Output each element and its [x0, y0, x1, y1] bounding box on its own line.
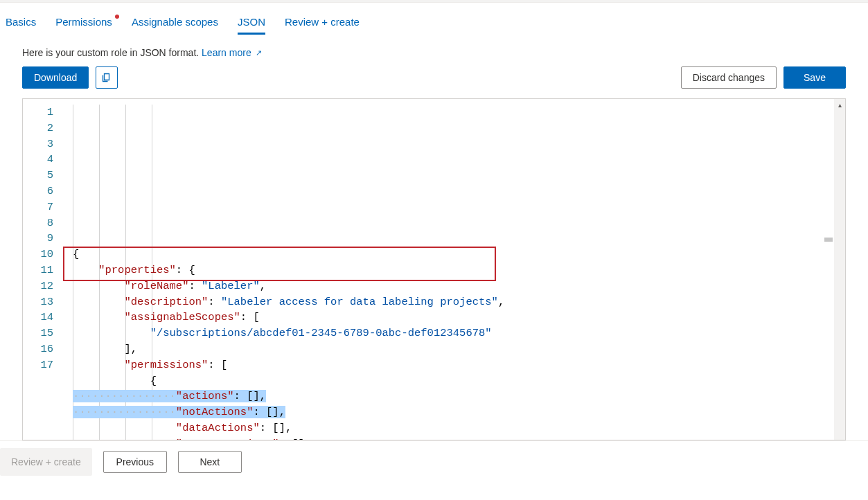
line-number: 7: [23, 199, 53, 215]
tab-json[interactable]: JSON: [238, 8, 265, 35]
code-line[interactable]: "notDataActions": []: [63, 436, 845, 440]
line-number: 15: [23, 325, 53, 341]
code-line[interactable]: "permissions": [: [63, 357, 845, 373]
previous-button[interactable]: Previous: [103, 451, 167, 473]
line-number: 3: [23, 136, 53, 152]
learn-more-link[interactable]: Learn more ↗: [202, 47, 261, 58]
code-area[interactable]: { "properties": { "roleName": "Labeler",…: [63, 99, 845, 440]
code-line[interactable]: ],: [63, 341, 845, 357]
code-line[interactable]: {: [63, 247, 845, 262]
external-link-icon: ↗: [256, 48, 262, 57]
code-line[interactable]: "dataActions": [],: [63, 420, 845, 436]
line-number: 11: [23, 262, 53, 278]
tab-bar: Basics Permissions Assignable scopes JSO…: [0, 3, 868, 35]
code-line[interactable]: ················"notActions": [],: [63, 404, 845, 420]
save-button[interactable]: Save: [783, 66, 846, 89]
code-line[interactable]: {: [63, 373, 845, 389]
dirty-indicator-icon: [115, 15, 119, 19]
tab-permissions[interactable]: Permissions: [55, 8, 112, 35]
line-number: 14: [23, 310, 53, 325]
line-number: 5: [23, 168, 53, 184]
line-number: 10: [23, 247, 53, 262]
minimap-position-icon: [824, 238, 833, 242]
line-number: 2: [23, 120, 53, 136]
code-line[interactable]: "roleName": "Labeler",: [63, 278, 845, 294]
review-create-button[interactable]: Review + create: [0, 448, 92, 476]
tab-assignable-scopes[interactable]: Assignable scopes: [132, 8, 218, 35]
tab-basics[interactable]: Basics: [6, 8, 36, 35]
line-number: 1: [23, 105, 53, 120]
copy-button[interactable]: [96, 66, 118, 89]
json-editor[interactable]: 1234567891011121314151617 { "properties"…: [22, 98, 846, 440]
next-button[interactable]: Next: [178, 451, 242, 473]
intro-text: Here is your custom role in JSON format.…: [0, 35, 868, 66]
json-toolbar: Download Discard changes Save: [0, 66, 868, 98]
line-number: 16: [23, 341, 53, 357]
line-number: 17: [23, 357, 53, 373]
tab-review-create[interactable]: Review + create: [285, 8, 360, 35]
copy-icon: [101, 72, 112, 83]
download-button[interactable]: Download: [22, 66, 89, 89]
code-line[interactable]: ················"actions": [],: [63, 389, 845, 404]
line-number: 9: [23, 231, 53, 247]
line-number-gutter: 1234567891011121314151617: [23, 99, 63, 440]
editor-vertical-scrollbar[interactable]: ▴: [834, 99, 845, 440]
code-line[interactable]: "/subscriptions/abcdef01-2345-6789-0abc-…: [63, 325, 845, 341]
wizard-footer: Review + create Previous Next: [0, 440, 868, 483]
discard-changes-button[interactable]: Discard changes: [681, 66, 777, 89]
line-number: 13: [23, 294, 53, 310]
line-number: 6: [23, 184, 53, 199]
line-number: 4: [23, 152, 53, 168]
line-number: 12: [23, 278, 53, 294]
code-line[interactable]: "assignableScopes": [: [63, 310, 845, 325]
line-number: 8: [23, 215, 53, 231]
code-line[interactable]: "description": "Labeler access for data …: [63, 294, 845, 310]
code-line[interactable]: "properties": {: [63, 262, 845, 278]
scroll-up-icon[interactable]: ▴: [834, 99, 845, 110]
